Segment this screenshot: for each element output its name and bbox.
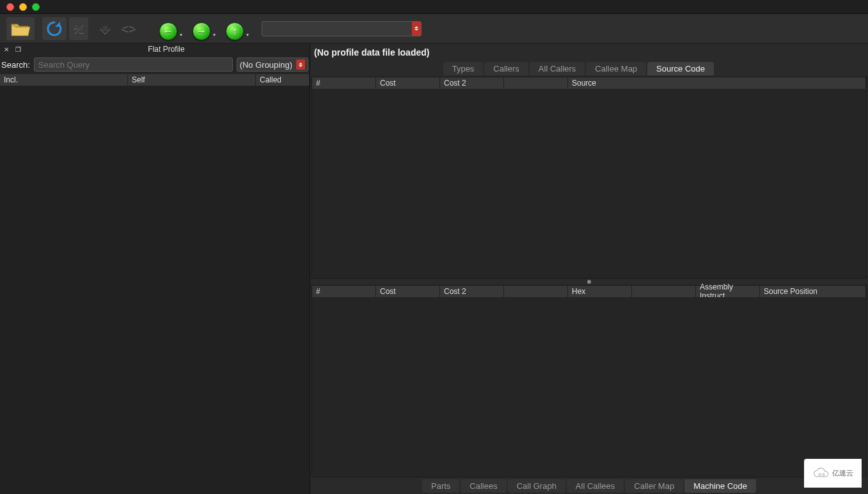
watermark-text: 亿速云 (832, 468, 853, 478)
grip-dot-icon (587, 280, 591, 284)
column-header[interactable]: Source (568, 77, 866, 89)
column-header[interactable]: Cost 2 (440, 286, 504, 297)
pane-splitter[interactable] (310, 279, 868, 285)
cloud-icon (813, 467, 830, 480)
dock-titlebar[interactable]: ✕ ❐ Flat Profile (0, 43, 310, 55)
tab-callee-map[interactable]: Callee Map (586, 62, 646, 75)
grouping-value: (No Grouping) (240, 60, 292, 70)
open-file-button[interactable] (6, 17, 35, 40)
column-header[interactable]: Cost (376, 286, 440, 297)
column-header[interactable]: Incl. (0, 74, 128, 86)
cycle-detect-button[interactable]: <> (117, 17, 139, 40)
window-zoom-button[interactable] (32, 3, 40, 11)
main-toolbar: % ✥ <> ← ▾ → ▾ ↑ ▾ (0, 14, 868, 43)
detail-heading: (No profile data file loaded) (310, 43, 868, 61)
machine-pane-column-headers[interactable]: # Cost Cost 2 Hex Assembly Instruct Sour… (312, 286, 866, 297)
column-header[interactable]: Called (256, 74, 310, 86)
move-button[interactable]: ✥ (96, 17, 114, 40)
search-label: Search: (1, 60, 30, 70)
window-minimize-button[interactable] (19, 3, 27, 11)
tab-types[interactable]: Types (443, 62, 484, 75)
tab-callers[interactable]: Callers (484, 62, 528, 75)
flat-profile-column-headers[interactable]: Incl. Self Called (0, 74, 310, 86)
machine-pane-body (312, 297, 866, 477)
refresh-icon (46, 20, 63, 37)
column-header[interactable] (504, 286, 568, 297)
chevron-down-icon: ▾ (213, 32, 216, 38)
folder-open-icon (10, 20, 31, 37)
column-header[interactable]: # (312, 77, 376, 89)
source-pane-body (312, 89, 866, 278)
column-header[interactable]: Cost (376, 77, 440, 89)
nav-back-button[interactable]: ← ▾ (155, 17, 186, 40)
reload-button[interactable] (42, 17, 67, 40)
flat-profile-table-body (0, 86, 310, 494)
column-header[interactable]: Source Position (760, 286, 866, 297)
chevron-down-icon: ▾ (246, 32, 249, 38)
column-header[interactable]: Hex (568, 286, 632, 297)
tab-caller-map[interactable]: Caller Map (625, 479, 683, 493)
percent-icon: % (73, 20, 84, 37)
angle-brackets-icon: <> (121, 21, 136, 36)
tab-machine-code[interactable]: Machine Code (684, 479, 756, 493)
column-header[interactable]: Assembly Instruct (696, 286, 760, 297)
grouping-select[interactable]: (No Grouping) (237, 58, 308, 72)
column-header[interactable] (632, 286, 696, 297)
column-header[interactable] (504, 77, 568, 89)
move-icon: ✥ (100, 21, 111, 36)
dock-float-icon[interactable]: ❐ (14, 45, 22, 53)
tab-parts[interactable]: Parts (422, 479, 459, 493)
source-code-pane: # Cost Cost 2 Source (312, 77, 867, 279)
flat-profile-dock: ✕ ❐ Flat Profile Search: (No Grouping) I… (0, 43, 310, 494)
window-titlebar (0, 0, 868, 14)
tab-source-code[interactable]: Source Code (647, 62, 714, 75)
svg-point-1 (822, 474, 824, 475)
lower-tab-bar: Parts Callees Call Graph All Callees Cal… (310, 477, 868, 494)
source-pane-column-headers[interactable]: # Cost Cost 2 Source (312, 77, 866, 89)
watermark: 亿速云 (804, 459, 862, 488)
arrow-up-icon: ↑ (232, 26, 237, 37)
tab-callees[interactable]: Callees (461, 479, 506, 493)
percent-button[interactable]: % (69, 17, 88, 40)
svg-point-0 (818, 474, 820, 475)
chevron-down-icon: ▾ (180, 32, 182, 38)
select-stepper-icon (296, 59, 305, 70)
dock-title: Flat Profile (26, 45, 307, 54)
tab-all-callers[interactable]: All Callers (530, 62, 585, 75)
column-header[interactable]: Cost 2 (440, 77, 504, 89)
tab-call-graph[interactable]: Call Graph (508, 479, 565, 493)
detail-view: (No profile data file loaded) Types Call… (310, 43, 868, 494)
nav-forward-button[interactable]: → ▾ (189, 17, 219, 40)
dock-close-icon[interactable]: ✕ (3, 45, 10, 53)
arrow-left-icon: ← (163, 26, 173, 37)
nav-up-button[interactable]: ↑ ▾ (222, 17, 253, 40)
combo-stepper-icon (412, 22, 421, 36)
column-header[interactable]: # (312, 286, 376, 297)
function-selector-combo[interactable] (262, 21, 422, 36)
machine-code-pane: # Cost Cost 2 Hex Assembly Instruct Sour… (312, 285, 867, 477)
upper-tab-bar: Types Callers All Callers Callee Map Sou… (310, 61, 868, 77)
column-header[interactable]: Self (128, 74, 256, 86)
window-close-button[interactable] (6, 3, 14, 11)
search-input[interactable] (34, 58, 233, 72)
tab-all-callees[interactable]: All Callees (567, 479, 624, 493)
arrow-right-icon: → (196, 26, 207, 37)
